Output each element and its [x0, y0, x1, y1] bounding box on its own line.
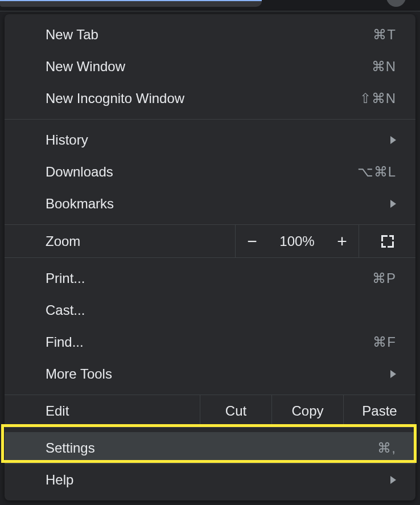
- browser-menu: New Tab ⌘T New Window ⌘N New Incognito W…: [5, 14, 415, 500]
- menu-item-label: History: [46, 132, 88, 148]
- menu-item-help[interactable]: Help: [5, 464, 415, 496]
- menu-item-find[interactable]: Find... ⌘F: [5, 326, 415, 358]
- menu-section-history: History Downloads ⌥⌘L Bookmarks: [5, 120, 415, 225]
- menu-section-settings: Settings ⌘, Help: [5, 428, 415, 500]
- menu-item-print[interactable]: Print... ⌘P: [5, 262, 415, 294]
- menu-item-new-tab[interactable]: New Tab ⌘T: [5, 19, 415, 51]
- menu-item-label: Downloads: [46, 164, 113, 180]
- fullscreen-button[interactable]: [359, 225, 415, 257]
- menu-section-edit: Edit Cut Copy Paste: [5, 395, 415, 428]
- cut-button[interactable]: Cut: [200, 395, 272, 427]
- menu-item-history[interactable]: History: [5, 124, 415, 156]
- menu-item-new-window[interactable]: New Window ⌘N: [5, 51, 415, 83]
- zoom-in-button[interactable]: +: [326, 225, 359, 257]
- menu-item-label: Help: [46, 472, 73, 488]
- shortcut-text: ⌘,: [377, 440, 396, 456]
- paste-button[interactable]: Paste: [344, 395, 415, 427]
- menu-item-label: Settings: [46, 440, 95, 456]
- shortcut-text: ⌥⌘L: [357, 164, 396, 180]
- menu-item-label: Cast...: [46, 302, 85, 318]
- menu-item-label: Bookmarks: [46, 196, 114, 212]
- menu-item-settings[interactable]: Settings ⌘,: [5, 432, 415, 464]
- menu-item-label: New Window: [46, 59, 125, 75]
- menu-item-downloads[interactable]: Downloads ⌥⌘L: [5, 156, 415, 188]
- menu-item-label: More Tools: [46, 366, 112, 382]
- menu-item-label: Find...: [46, 334, 84, 350]
- zoom-row: Zoom − 100% +: [5, 225, 415, 258]
- chevron-right-icon: [390, 200, 396, 208]
- menu-item-label: Print...: [46, 270, 85, 286]
- menu-item-bookmarks[interactable]: Bookmarks: [5, 188, 415, 220]
- chevron-right-icon: [390, 476, 396, 484]
- menu-section-tools: Print... ⌘P Cast... Find... ⌘F More Tool…: [5, 258, 415, 395]
- menu-item-label: New Incognito Window: [46, 91, 184, 106]
- shortcut-text: ⌘F: [373, 334, 396, 350]
- menu-item-label: New Tab: [46, 27, 98, 43]
- fullscreen-icon: [381, 235, 394, 248]
- zoom-out-button[interactable]: −: [236, 225, 269, 257]
- shortcut-text: ⌘T: [373, 27, 396, 43]
- zoom-label: Zoom: [46, 233, 80, 249]
- shortcut-text: ⇧⌘N: [360, 91, 396, 106]
- menu-item-incognito[interactable]: New Incognito Window ⇧⌘N: [5, 83, 415, 114]
- shortcut-text: ⌘N: [372, 59, 396, 75]
- menu-item-cast[interactable]: Cast...: [5, 294, 415, 326]
- copy-button[interactable]: Copy: [272, 395, 344, 427]
- browser-top-bar: [0, 0, 420, 11]
- edit-label: Edit: [46, 403, 69, 419]
- tab-fragment: [0, 0, 262, 7]
- zoom-value: 100%: [269, 225, 326, 257]
- chevron-right-icon: [390, 370, 396, 378]
- chevron-right-icon: [390, 136, 396, 144]
- zoom-controls: − 100% +: [236, 225, 359, 257]
- menu-section-tabs: New Tab ⌘T New Window ⌘N New Incognito W…: [5, 14, 415, 120]
- shortcut-text: ⌘P: [372, 270, 396, 286]
- avatar-fragment: [386, 0, 406, 7]
- edit-row: Edit Cut Copy Paste: [5, 395, 415, 427]
- zoom-label-cell: Zoom: [5, 225, 236, 257]
- edit-label-cell: Edit: [5, 395, 200, 427]
- menu-item-more-tools[interactable]: More Tools: [5, 358, 415, 390]
